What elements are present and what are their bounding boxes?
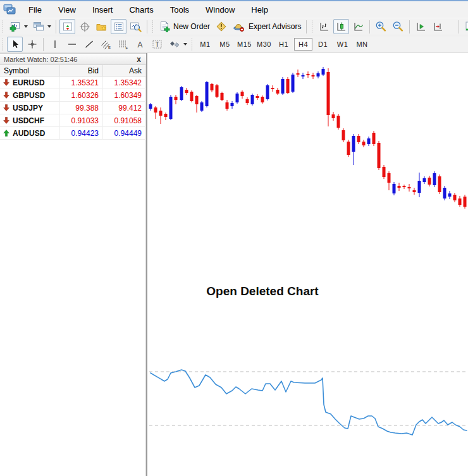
timeframe-button-m30[interactable]: M30: [255, 38, 273, 51]
strategy-tester-button[interactable]: [128, 19, 144, 34]
timeframe-button-m15[interactable]: M15: [235, 38, 254, 51]
market-watch-row-eurusd[interactable]: EURUSD1.353211.35342: [0, 76, 146, 89]
candle-body: [231, 103, 234, 106]
toolbar-grip[interactable]: [190, 38, 194, 51]
zoom-out-icon: [392, 21, 404, 32]
candle-body: [266, 85, 269, 99]
market-watch-row-usdjpy[interactable]: USDJPY99.38899.412: [0, 102, 146, 114]
menu-item-window[interactable]: Window: [197, 3, 243, 17]
candle-body: [195, 96, 199, 104]
auto-scroll-button[interactable]: [413, 19, 429, 34]
candle-body: [418, 181, 421, 193]
standard-toolbar: New Order Expert Advisors: [0, 18, 468, 35]
column-header-symbol[interactable]: Symbol: [0, 65, 60, 76]
symbol-label: AUDUSD: [13, 129, 45, 138]
candle-body: [459, 198, 462, 205]
menu-item-tools[interactable]: Tools: [162, 3, 197, 17]
timeframe-button-m1[interactable]: M1: [196, 38, 214, 51]
arrows-icon: [169, 39, 180, 49]
market-watch-toggle-button[interactable]: [59, 19, 75, 34]
symbol-label: USDCHF: [13, 116, 44, 125]
zoom-in-icon: [375, 21, 387, 32]
candle-body: [211, 84, 214, 90]
crosshair-button[interactable]: [24, 37, 40, 52]
expert-advisors-label: Expert Advisors: [249, 22, 301, 31]
column-header-ask[interactable]: Ask: [103, 65, 146, 76]
toolbar-separator: [56, 20, 56, 34]
market-watch-header: Symbol Bid Ask: [0, 65, 146, 76]
timeframe-button-h1[interactable]: H1: [274, 38, 293, 51]
text-button[interactable]: A: [132, 37, 148, 52]
expert-advisors-button[interactable]: Expert Advisors: [231, 19, 303, 34]
profiles-button[interactable]: [30, 19, 46, 34]
new-chart-button[interactable]: [7, 19, 23, 34]
data-window-button[interactable]: [77, 19, 92, 34]
candle-body: [307, 74, 310, 75]
candle-body: [302, 75, 305, 76]
new-order-label: New Order: [173, 22, 210, 31]
candle-body: [317, 73, 320, 76]
alert-button[interactable]: [213, 19, 230, 34]
vertical-line-icon: [50, 39, 60, 49]
toolbar-grip[interactable]: [311, 20, 314, 33]
candle-body: [393, 184, 396, 193]
candle-body: [221, 93, 224, 100]
timeframe-button-d1[interactable]: D1: [314, 38, 332, 51]
candle-body: [292, 75, 295, 92]
menu-item-charts[interactable]: Charts: [121, 3, 161, 17]
ask-value: 1.35342: [103, 76, 146, 88]
new-order-button[interactable]: New Order: [157, 19, 212, 34]
toolbar-grip[interactable]: [151, 20, 154, 33]
vertical-line-button[interactable]: [47, 37, 63, 52]
timeframe-button-m5[interactable]: M5: [216, 38, 234, 51]
line-chart-icon: [353, 21, 364, 32]
candle-body: [251, 95, 254, 104]
terminal-button[interactable]: [111, 19, 126, 34]
new-chart-dropdown-caret[interactable]: [24, 25, 28, 28]
text-label-button[interactable]: T: [149, 37, 165, 52]
market-watch-row-usdchf[interactable]: USDCHF0.910330.91058: [0, 114, 146, 127]
market-watch-body: EURUSD1.353211.35342GBPUSD1.603261.60349…: [0, 76, 146, 140]
horizontal-line-button[interactable]: [64, 37, 80, 52]
bar-chart-button[interactable]: [316, 19, 332, 34]
arrows-dropdown-caret[interactable]: [183, 43, 187, 46]
candle-body: [388, 173, 391, 183]
column-header-bid[interactable]: Bid: [60, 65, 103, 76]
candle-body: [332, 114, 335, 118]
market-watch-row-audusd[interactable]: AUDUSD0.944230.94449: [0, 127, 146, 140]
chart-pane[interactable]: Open Deleted Chart: [147, 53, 468, 476]
menu-item-view[interactable]: View: [50, 3, 84, 17]
zoom-out-button[interactable]: [390, 19, 406, 34]
zoom-in-button[interactable]: [373, 19, 389, 34]
profiles-dropdown-caret[interactable]: [47, 25, 51, 28]
trendline-button[interactable]: [81, 37, 97, 52]
timeframe-button-mn[interactable]: MN: [353, 38, 371, 51]
data-window-icon: [79, 21, 90, 32]
menu-item-help[interactable]: Help: [243, 3, 276, 17]
workspace: Market Watch: 02:51:46 x Symbol Bid Ask …: [0, 53, 468, 476]
candlestick-chart-button[interactable]: [333, 19, 349, 34]
equidistant-channel-button[interactable]: E: [98, 37, 114, 52]
trendline-icon: [84, 39, 94, 49]
candlestick-chart-icon: [336, 21, 347, 32]
cursor-button[interactable]: [7, 37, 23, 52]
chart-shift-button[interactable]: [430, 19, 446, 34]
arrows-button[interactable]: [166, 37, 182, 52]
market-watch-row-gbpusd[interactable]: GBPUSD1.603261.60349: [0, 89, 146, 102]
bid-value: 99.388: [60, 102, 103, 114]
ask-value: 0.94449: [103, 127, 146, 139]
timeframe-button-h4[interactable]: H4: [294, 38, 312, 51]
close-icon[interactable]: x: [135, 56, 142, 63]
menu-item-insert[interactable]: Insert: [84, 3, 121, 17]
fibonacci-button[interactable]: F: [115, 37, 131, 52]
candle-body: [297, 73, 300, 75]
market-watch-titlebar[interactable]: Market Watch: 02:51:46 x: [0, 53, 146, 65]
menu-item-file[interactable]: File: [20, 3, 50, 17]
timeframe-button-w1[interactable]: W1: [333, 38, 352, 51]
candle-body: [312, 75, 315, 76]
toolbar-grip[interactable]: [1, 20, 4, 33]
line-chart-button[interactable]: [350, 19, 366, 34]
navigator-button[interactable]: [94, 19, 109, 34]
toolbar-grip[interactable]: [1, 38, 4, 51]
indicators-button[interactable]: f: [462, 19, 468, 34]
